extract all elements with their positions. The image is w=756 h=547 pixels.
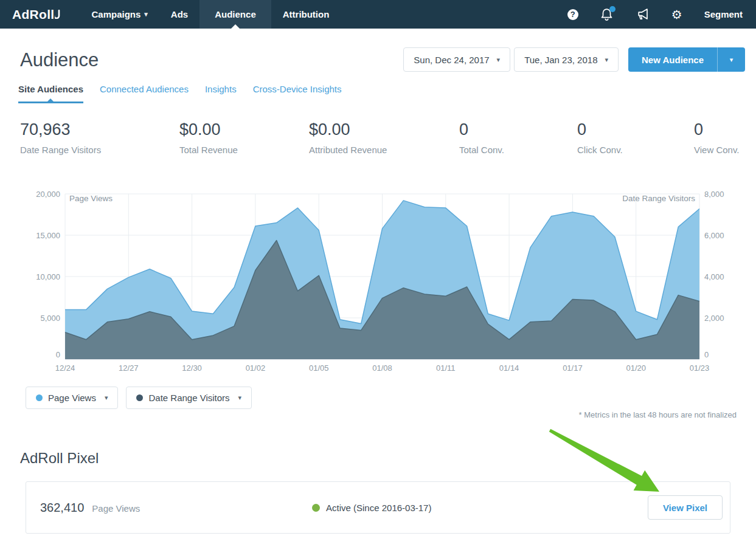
adroll-logo-text: AdRoll xyxy=(12,7,54,22)
help-icon[interactable]: ? xyxy=(567,9,578,20)
svg-text:12/24: 12/24 xyxy=(55,363,75,373)
pixel-status-text: Active (Since 2016-03-17) xyxy=(326,503,431,513)
svg-text:01/23: 01/23 xyxy=(690,363,710,373)
status-dot-icon xyxy=(312,504,320,512)
stat-label: Total Revenue xyxy=(179,145,309,155)
view-pixel-button[interactable]: View Pixel xyxy=(648,495,723,520)
svg-text:20,000: 20,000 xyxy=(36,190,60,199)
svg-text:01/17: 01/17 xyxy=(563,363,583,373)
nav-item-attribution[interactable]: Attribution xyxy=(271,0,341,29)
legend-label: Date Range Visitors xyxy=(148,393,229,403)
top-nav: AdRoll Campaigns ▾ Ads Audience Attribut… xyxy=(0,0,756,29)
adroll-logo-tail-icon xyxy=(55,10,60,19)
adroll-logo[interactable]: AdRoll xyxy=(12,7,60,22)
stat-label: Attributed Revenue xyxy=(309,145,459,155)
svg-text:6,000: 6,000 xyxy=(704,231,724,240)
legend-page-views-dropdown[interactable]: Page Views ▾ xyxy=(26,387,118,409)
audience-tabs: Site Audiences Connected Audiences Insig… xyxy=(18,84,756,103)
svg-text:01/20: 01/20 xyxy=(626,363,646,373)
nav-item-ads[interactable]: Ads xyxy=(159,0,199,29)
announcements-megaphone-icon[interactable] xyxy=(635,9,650,21)
svg-text:Date Range Visitors: Date Range Visitors xyxy=(622,194,695,203)
tab-insights[interactable]: Insights xyxy=(205,84,237,103)
stat-total-revenue: $0.00 Total Revenue xyxy=(179,120,309,155)
legend-label: Page Views xyxy=(48,393,96,403)
page-views-swatch-icon xyxy=(36,394,43,401)
adroll-pixel-card: 362,410 Page Views Active (Since 2016-03… xyxy=(26,481,730,534)
stat-label: Total Conv. xyxy=(459,145,577,155)
stat-value: $0.00 xyxy=(179,120,309,139)
chevron-down-icon: ▾ xyxy=(605,56,609,64)
date-end-value: Tue, Jan 23, 2018 xyxy=(524,55,597,65)
svg-text:2,000: 2,000 xyxy=(704,314,724,323)
megaphone-glyph xyxy=(635,9,650,21)
metrics-footnote: * Metrics in the last 48 hours are not f… xyxy=(579,410,737,419)
settings-gear-icon[interactable]: ⚙ xyxy=(671,9,682,21)
svg-text:01/08: 01/08 xyxy=(372,363,392,373)
tab-site-audiences[interactable]: Site Audiences xyxy=(18,84,83,103)
legend-date-range-visitors-dropdown[interactable]: Date Range Visitors ▾ xyxy=(126,387,252,409)
chevron-down-icon: ▾ xyxy=(105,394,108,402)
nav-right: ? ⚙ Segment xyxy=(567,8,743,21)
stat-attributed-revenue: $0.00 Attributed Revenue xyxy=(309,120,459,155)
stat-label: View Conv. xyxy=(694,145,756,155)
stat-label: Click Conv. xyxy=(577,145,694,155)
nav-item-campaigns[interactable]: Campaigns ▾ xyxy=(80,0,159,29)
page-title: Audience xyxy=(20,49,99,71)
svg-text:12/30: 12/30 xyxy=(182,363,202,373)
svg-text:01/05: 01/05 xyxy=(309,363,329,373)
chevron-down-icon: ▾ xyxy=(238,394,242,402)
stat-value: 70,963 xyxy=(20,120,179,139)
notifications-bell-icon[interactable] xyxy=(600,8,613,21)
gear-glyph: ⚙ xyxy=(671,9,682,21)
chevron-down-icon: ▾ xyxy=(497,56,501,64)
svg-text:0: 0 xyxy=(56,350,60,359)
svg-text:10,000: 10,000 xyxy=(36,272,60,281)
date-end-picker[interactable]: Tue, Jan 23, 2018 ▾ xyxy=(514,47,619,72)
tab-connected-audiences[interactable]: Connected Audiences xyxy=(100,84,189,103)
stat-click-conv: 0 Click Conv. xyxy=(577,120,694,155)
notification-badge xyxy=(609,6,616,12)
svg-text:01/14: 01/14 xyxy=(499,363,519,373)
svg-text:12/27: 12/27 xyxy=(119,363,139,373)
adroll-pixel-section-title: AdRoll Pixel xyxy=(20,450,99,467)
tab-cross-device-insights[interactable]: Cross-Device Insights xyxy=(253,84,342,103)
svg-text:01/02: 01/02 xyxy=(246,363,266,373)
stat-date-range-visitors: 70,963 Date Range Visitors xyxy=(20,120,179,155)
pixel-page-views-value: 362,410 xyxy=(40,501,84,515)
pixel-page-views-label: Page Views xyxy=(92,503,140,514)
svg-text:8,000: 8,000 xyxy=(704,190,724,199)
pixel-status: Active (Since 2016-03-17) xyxy=(312,503,648,513)
svg-text:5,000: 5,000 xyxy=(40,314,60,323)
visitors-swatch-icon xyxy=(136,394,143,401)
segment-account-link[interactable]: Segment xyxy=(704,9,743,19)
svg-text:4,000: 4,000 xyxy=(704,272,724,281)
stat-value: $0.00 xyxy=(309,120,459,139)
area-chart-canvas: 05,00010,00015,00020,00002,0004,0006,000… xyxy=(0,188,756,378)
summary-stats: 70,963 Date Range Visitors $0.00 Total R… xyxy=(0,120,756,155)
stat-view-conv: 0 View Conv. xyxy=(694,120,756,155)
nav-item-audience[interactable]: Audience xyxy=(199,0,271,29)
pixel-page-views: 362,410 Page Views xyxy=(26,501,312,515)
new-audience-button[interactable]: New Audience xyxy=(628,47,717,72)
stat-value: 0 xyxy=(459,120,577,139)
date-start-picker[interactable]: Sun, Dec 24, 2017 ▾ xyxy=(403,47,510,72)
nav-item-label: Ads xyxy=(171,9,188,19)
date-start-value: Sun, Dec 24, 2017 xyxy=(414,55,489,65)
nav-menu: Campaigns ▾ Ads Audience Attribution xyxy=(80,0,341,29)
chevron-down-icon: ▾ xyxy=(144,10,148,18)
new-audience-split-button: New Audience ▾ xyxy=(628,47,745,72)
svg-text:01/11: 01/11 xyxy=(436,363,456,373)
nav-item-label: Attribution xyxy=(283,9,330,19)
audience-trend-chart: 05,00010,00015,00020,00002,0004,0006,000… xyxy=(0,188,756,378)
help-glyph: ? xyxy=(567,9,578,20)
header-controls: Sun, Dec 24, 2017 ▾ Tue, Jan 23, 2018 ▾ … xyxy=(403,47,745,72)
chart-legend: Page Views ▾ Date Range Visitors ▾ xyxy=(26,387,252,409)
nav-item-label: Campaigns xyxy=(91,9,140,19)
stat-value: 0 xyxy=(577,120,694,139)
stat-label: Date Range Visitors xyxy=(20,145,179,155)
audience-page: AdRoll Campaigns ▾ Ads Audience Attribut… xyxy=(0,0,756,547)
new-audience-dropdown-button[interactable]: ▾ xyxy=(717,47,745,72)
nav-item-label: Audience xyxy=(215,9,256,19)
stat-total-conv: 0 Total Conv. xyxy=(459,120,577,155)
